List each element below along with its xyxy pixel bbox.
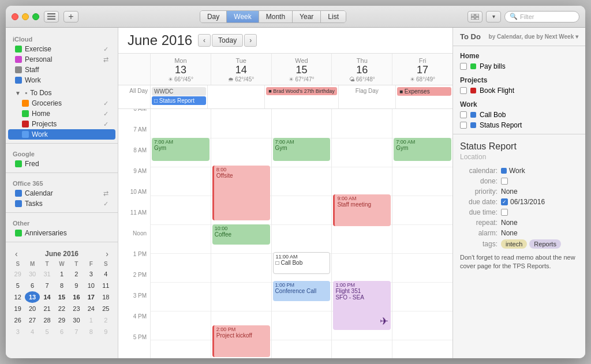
search-bar[interactable]: 🔍 Filter (504, 11, 579, 22)
day-col-wed[interactable]: 7:00 AM Gym 11:00 AM □ Call Bob 1:00 PM … (271, 109, 332, 358)
cal-date[interactable]: 9 (99, 326, 113, 337)
allday-mon[interactable]: WWDC □ Status Report (150, 85, 207, 108)
dropdown-button[interactable]: ▾ (486, 11, 501, 22)
event-gym-mon[interactable]: 7:00 AM Gym (152, 138, 210, 161)
cal-date[interactable]: 26 (10, 314, 25, 326)
mini-cal-prev[interactable]: ‹ (13, 249, 20, 258)
sidebar-item-work-todo[interactable]: Work (8, 129, 115, 140)
minimize-button[interactable] (22, 13, 29, 20)
cal-date[interactable]: 30 (25, 268, 39, 280)
sidebar-item-groceries[interactable]: Groceries ✓ (8, 98, 115, 108)
tab-year[interactable]: Year (293, 11, 321, 22)
sidebar-item-tasks[interactable]: Tasks ✓ (8, 198, 115, 209)
todo-checkbox[interactable] (460, 122, 467, 129)
cal-date[interactable]: 16 (69, 291, 84, 303)
allday-event[interactable]: ■ Expenses (397, 87, 451, 96)
due-date-checkbox[interactable]: ✓ (501, 198, 508, 205)
allday-event[interactable]: ■ Brad Wood's 27th Birthday (266, 87, 337, 95)
cal-date[interactable]: 7 (69, 326, 84, 337)
cal-date-today[interactable]: 13 (25, 291, 39, 303)
event-conference-call[interactable]: 1:00 PM Conference Call (273, 281, 331, 301)
sidebar-item-work[interactable]: Work (8, 75, 115, 85)
day-col-mon[interactable]: 7:00 AM Gym (150, 109, 211, 358)
todo-filter[interactable]: by Calendar, due by Next Week ▾ (489, 33, 578, 40)
cal-date[interactable]: 11 (99, 280, 113, 291)
sidebar-item-staff[interactable]: Staff (8, 65, 115, 75)
todo-item[interactable]: Status Report (460, 120, 578, 130)
cal-date[interactable]: 4 (25, 326, 39, 337)
sidebar-item-todos-header[interactable]: ▼ ▪ To Dos (8, 88, 115, 98)
cal-date[interactable]: 21 (40, 303, 54, 314)
cal-date[interactable]: 3 (10, 326, 25, 337)
sidebar-item-exercise[interactable]: Exercise ✓ (8, 44, 115, 54)
cal-date[interactable]: 10 (84, 280, 98, 291)
cal-date[interactable]: 24 (84, 303, 98, 314)
cal-date[interactable]: 14 (40, 291, 54, 303)
day-col-thu[interactable]: 9:00 AM Staff meeting 1:00 PM Flight 351… (331, 109, 392, 358)
view-toggle-button[interactable] (467, 11, 482, 22)
event-gym-fri[interactable]: 7:00 AM Gym (394, 138, 451, 161)
prev-week-button[interactable]: ‹ (198, 34, 211, 47)
cal-date[interactable]: 2 (99, 314, 113, 326)
allday-thu[interactable]: Flag Day (338, 85, 395, 108)
allday-event[interactable]: WWDC (152, 87, 206, 96)
allday-wed[interactable]: ■ Brad Wood's 27th Birthday (264, 85, 338, 108)
event-gym-wed[interactable]: 7:00 AM Gym (273, 138, 331, 161)
todo-checkbox[interactable] (460, 111, 467, 118)
cal-date[interactable]: 17 (84, 291, 98, 303)
todo-checkbox[interactable] (460, 87, 467, 94)
sidebar-item-calendar[interactable]: Calendar ⇄ (8, 188, 115, 198)
cal-date[interactable]: 29 (54, 314, 69, 326)
cal-date[interactable]: 2 (69, 268, 84, 280)
sidebar-item-projects[interactable]: Projects ✓ (8, 119, 115, 129)
cal-date[interactable]: 28 (40, 314, 54, 326)
event-flight[interactable]: 1:00 PM Flight 351 SFO - SEA ✈ (333, 281, 391, 330)
sidebar-toggle-button[interactable] (44, 11, 59, 22)
event-staff-meeting[interactable]: 9:00 AM Staff meeting (333, 194, 391, 226)
todo-item[interactable]: Call Bob (460, 110, 578, 120)
next-week-button[interactable]: › (244, 34, 257, 47)
cal-date[interactable]: 9 (69, 280, 84, 291)
due-time-checkbox[interactable] (501, 209, 508, 216)
cal-date[interactable]: 8 (84, 326, 98, 337)
tag-intech[interactable]: intech (501, 239, 527, 249)
cal-date[interactable]: 6 (54, 326, 69, 337)
cal-date[interactable]: 3 (84, 268, 98, 280)
done-checkbox[interactable] (501, 178, 508, 185)
cal-date[interactable]: 25 (99, 303, 113, 314)
add-button[interactable]: + (63, 11, 78, 22)
sidebar-item-anniversaries[interactable]: Anniversaries (8, 228, 115, 238)
maximize-button[interactable] (32, 13, 39, 20)
day-col-fri[interactable]: 7:00 AM Gym (392, 109, 452, 358)
cal-date[interactable]: 22 (54, 303, 69, 314)
event-call-bob[interactable]: 11:00 AM □ Call Bob (273, 252, 331, 274)
mini-cal-next[interactable]: › (103, 249, 111, 258)
cal-date[interactable]: 18 (99, 291, 113, 303)
cal-date[interactable]: 1 (54, 268, 69, 280)
todo-checkbox[interactable] (460, 63, 467, 70)
tab-month[interactable]: Month (259, 11, 293, 22)
cal-date[interactable]: 1 (84, 314, 98, 326)
cal-date[interactable]: 8 (54, 280, 69, 291)
todo-item[interactable]: Book Flight (460, 85, 578, 96)
cal-date[interactable]: 6 (25, 280, 39, 291)
cal-date[interactable]: 20 (25, 303, 39, 314)
event-project-kickoff[interactable]: 2:00 PM Project kickoff (212, 325, 270, 357)
cal-date[interactable]: 12 (10, 291, 25, 303)
tab-week[interactable]: Week (227, 11, 259, 22)
tab-list[interactable]: List (321, 11, 346, 22)
cal-date[interactable]: 23 (69, 303, 84, 314)
sidebar-item-home[interactable]: Home ✓ (8, 108, 115, 119)
tab-day[interactable]: Day (200, 11, 227, 22)
cal-date[interactable]: 5 (10, 280, 25, 291)
cal-date[interactable]: 5 (40, 326, 54, 337)
day-col-tue[interactable]: 8:00 Offsite 10:00 Coffee 2:00 PM Projec… (211, 109, 271, 358)
cal-date[interactable]: 15 (54, 291, 69, 303)
allday-fri[interactable]: ■ Expenses (395, 85, 452, 108)
todo-item[interactable]: Pay bills (460, 61, 578, 72)
cal-date[interactable]: 31 (40, 268, 54, 280)
tag-reports[interactable]: Reports (529, 239, 561, 249)
cal-date[interactable]: 27 (25, 314, 39, 326)
close-button[interactable] (12, 13, 18, 20)
sidebar-item-personal[interactable]: Personal ⇄ (8, 54, 115, 65)
